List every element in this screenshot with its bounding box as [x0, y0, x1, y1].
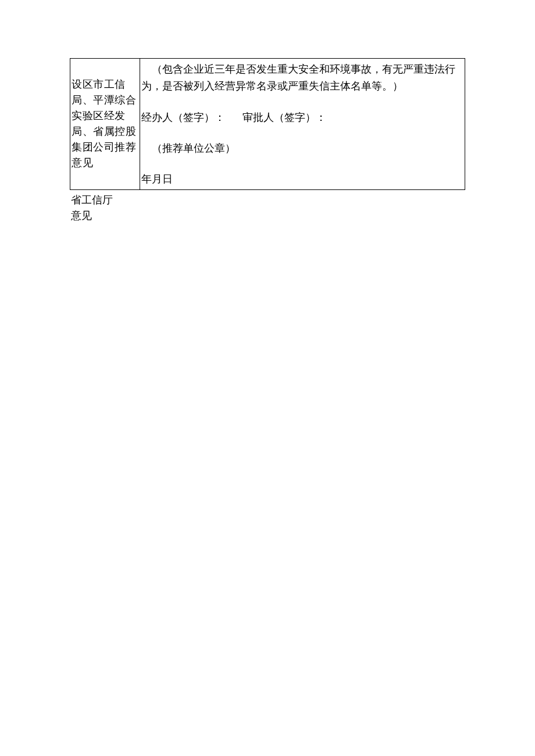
- approver-signature-label: 审批人（签字）：: [242, 110, 326, 126]
- recommendation-label-cell: 设区市工信局、平潭综合实验区经发局、省属控股集团公司推荐意见: [70, 59, 140, 189]
- date-label: 年月日: [141, 171, 463, 187]
- recommendation-content-cell: （包含企业近三年是否发生重大安全和环境事故，有无严重违法行为，是否被列入经营异常…: [140, 59, 465, 189]
- recommendation-row: 设区市工信局、平潭综合实验区经发局、省属控股集团公司推荐意见 （包含企业近三年是…: [70, 58, 465, 190]
- handler-signature-label: 经办人（签字）：: [141, 110, 225, 126]
- approval-table: 设区市工信局、平潭综合实验区经发局、省属控股集团公司推荐意见 （包含企业近三年是…: [70, 58, 465, 190]
- recommendation-note: （包含企业近三年是否发生重大安全和环境事故，有无严重违法行为，是否被列入经营异常…: [141, 61, 463, 95]
- provincial-opinion-line2: 意见: [71, 208, 465, 224]
- provincial-opinion-line1: 省工信厅: [71, 192, 465, 208]
- signature-line: 经办人（签字）： 审批人（签字）：: [141, 110, 463, 126]
- recommendation-label: 设区市工信局、平潭综合实验区经发局、省属控股集团公司推荐意见: [72, 77, 138, 171]
- stamp-label: （推荐单位公章）: [141, 141, 463, 156]
- provincial-opinion-section: 省工信厅 意见: [70, 192, 465, 224]
